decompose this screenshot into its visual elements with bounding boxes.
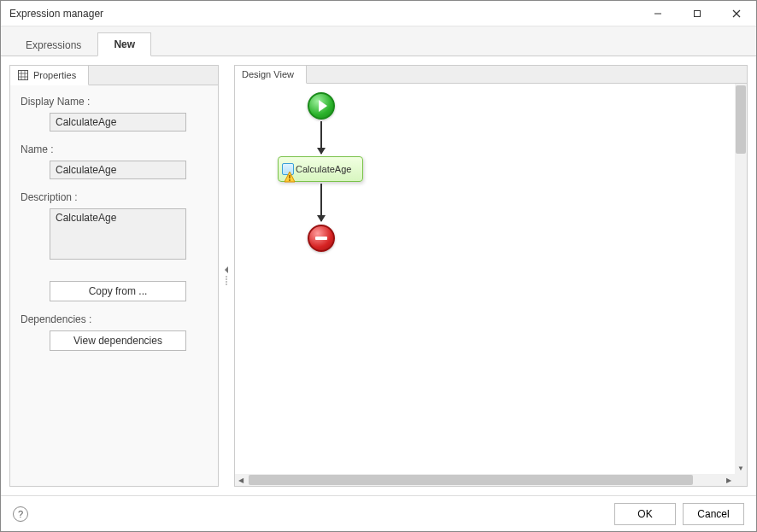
svg-rect-1 [695, 10, 701, 16]
display-name-group: Display Name : [21, 96, 208, 132]
horizontal-scroll-thumb[interactable] [249, 475, 693, 485]
display-name-label: Display Name : [21, 96, 208, 108]
design-canvas-wrap: CalculateAge ▲ ▼ [235, 84, 747, 486]
expression-node-label: CalculateAge [296, 164, 351, 174]
description-field[interactable] [50, 208, 186, 260]
footer-bar: ? OK Cancel [1, 495, 756, 531]
properties-tab-label: Properties [33, 70, 76, 80]
name-field[interactable] [50, 161, 186, 179]
name-group: Name : [21, 143, 208, 179]
svg-point-10 [226, 276, 227, 278]
start-node-icon[interactable] [308, 92, 335, 120]
description-label: Description : [21, 191, 208, 203]
titlebar: Expression manager [1, 1, 756, 26]
design-view-tab-label: Design View [242, 69, 294, 79]
stop-node-icon[interactable] [308, 225, 335, 252]
content-area: Properties Display Name : Name : Descrip… [1, 56, 756, 495]
svg-marker-9 [225, 266, 228, 273]
help-icon[interactable]: ? [13, 506, 28, 522]
description-group: Description : [21, 191, 208, 262]
tab-new[interactable]: New [97, 32, 151, 56]
scroll-right-icon[interactable]: ▶ [723, 474, 735, 486]
properties-tabs: Properties [10, 66, 218, 85]
properties-body: Display Name : Name : Description : Copy… [10, 85, 218, 486]
window-title: Expression manager [9, 8, 638, 20]
minimize-button[interactable] [638, 1, 678, 26]
design-tabs: Design View [235, 66, 747, 84]
flow-arrow-icon [320, 184, 322, 221]
design-canvas[interactable]: CalculateAge [235, 84, 735, 474]
svg-point-11 [226, 278, 227, 280]
svg-point-12 [226, 281, 227, 283]
scroll-corner [735, 474, 747, 486]
view-dependencies-button[interactable]: View dependencies [50, 330, 186, 351]
warning-icon [284, 171, 296, 183]
properties-panel: Properties Display Name : Name : Descrip… [9, 65, 219, 487]
tab-design-view[interactable]: Design View [235, 66, 307, 84]
svg-rect-4 [19, 71, 28, 80]
display-name-field[interactable] [50, 113, 186, 132]
copy-from-group: Copy from ... [21, 281, 208, 301]
horizontal-scrollbar[interactable]: ◀ ▶ [235, 474, 735, 486]
vertical-scroll-thumb[interactable] [736, 85, 746, 154]
tab-expressions[interactable]: Expressions [9, 33, 97, 56]
svg-point-16 [289, 179, 290, 181]
scroll-down-icon[interactable]: ▼ [735, 462, 747, 474]
grid-icon [17, 69, 29, 81]
cancel-button[interactable]: Cancel [683, 503, 744, 525]
name-label: Name : [21, 143, 208, 155]
expression-node[interactable]: CalculateAge [278, 156, 363, 182]
design-panel: Design View CalculateAge [234, 65, 748, 487]
dependencies-group: Dependencies : View dependencies [21, 313, 208, 351]
dependencies-label: Dependencies : [21, 313, 208, 325]
close-button[interactable] [717, 1, 756, 26]
copy-from-button[interactable]: Copy from ... [50, 281, 186, 301]
ok-button[interactable]: OK [614, 503, 676, 525]
scroll-left-icon[interactable]: ◀ [235, 474, 247, 486]
flow-arrow-icon [320, 121, 322, 154]
top-tabs: Expressions New [1, 26, 756, 56]
maximize-button[interactable] [678, 1, 717, 26]
splitter-handle[interactable] [224, 65, 229, 487]
tab-properties[interactable]: Properties [10, 66, 89, 85]
vertical-scrollbar[interactable]: ▲ ▼ [735, 84, 747, 474]
svg-point-13 [226, 284, 227, 285]
